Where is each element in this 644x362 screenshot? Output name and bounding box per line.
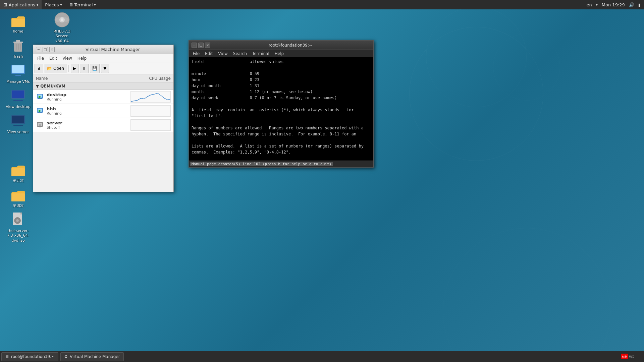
vm-desktop-cpu-graph (130, 91, 171, 103)
vm-hhh-info: hhh Running (47, 106, 130, 116)
terminal-menu-terminal[interactable]: Terminal (250, 50, 272, 57)
places-chevron-icon: ▾ (60, 3, 62, 7)
run-icon: ▶ (73, 66, 76, 71)
volume-icon[interactable]: 🔊 (629, 2, 634, 7)
manage-vm-label: Manage VMs (6, 79, 30, 84)
rhel-icon-label: RHEL-7.3 Server. x86_64 (49, 29, 75, 44)
svg-point-31 (16, 219, 19, 222)
home-folder-icon (10, 12, 26, 28)
svg-rect-45 (38, 127, 42, 127)
svg-rect-40 (38, 113, 42, 113)
toolbar-separator (68, 65, 69, 72)
desktop-icon-wu[interactable]: 第五次 (5, 161, 32, 183)
terminal-chevron-icon: ▾ (94, 3, 96, 7)
desktop-icon-home[interactable]: home (5, 12, 32, 34)
terminal-statusbar: Manual page crontab(5) line 102 (press h… (189, 161, 373, 167)
vm-run-icon-desktop (36, 93, 44, 101)
terminal-label: Terminal (74, 2, 93, 7)
vmm-content: Name CPU usage ▼ QEMU/KVM (33, 74, 173, 192)
view-server-icon (10, 112, 26, 128)
terminal-menu-search[interactable]: Search (230, 50, 250, 57)
desktop-icon-view-desktop[interactable]: View desktop (5, 87, 32, 109)
terminal-minimize-button[interactable]: − (192, 43, 197, 48)
terminal-menu-file[interactable]: File (190, 50, 202, 57)
vmm-taskbar-btn[interactable]: ⚙ Virtual Machine Manager (60, 352, 123, 361)
vm-desktop-info: desktop Running (47, 92, 130, 102)
applications-menu[interactable]: ⊞ Applications ▾ (0, 0, 42, 9)
svg-rect-18 (12, 90, 24, 98)
taskbar-top: ⊞ Applications ▾ Places ▾ 🖥 Terminal ▾ e… (0, 0, 644, 9)
vmm-titlebar[interactable]: − □ × Virtual Machine Manager (33, 45, 173, 54)
vm-run-icon-hhh (36, 107, 44, 115)
vmm-taskbar-icon: ⚙ (64, 354, 68, 359)
apps-grid-icon: ⊞ (3, 2, 7, 7)
save-icon: 💾 (92, 66, 97, 71)
vm-name-col-header: Name (36, 76, 124, 81)
terminal-close-button[interactable]: × (205, 43, 210, 48)
vmm-action-dropdown[interactable]: ▼ (101, 64, 109, 73)
vm-item-desktop[interactable]: desktop Running (33, 90, 173, 104)
vmm-open-button[interactable]: 📂 Open (45, 64, 66, 73)
vmm-minimize-button[interactable]: − (36, 47, 41, 52)
home-icon-label: home (13, 29, 23, 34)
desktop-icon-view-server[interactable]: View server (5, 112, 32, 134)
svg-rect-35 (38, 99, 42, 99)
svg-rect-1 (11, 19, 25, 27)
vm-hhh-cpu-graph (130, 105, 171, 117)
desktop-icon-manage-vm[interactable]: Manage VMs (5, 62, 32, 84)
svg-text:创新: 创新 (622, 355, 627, 358)
manage-vm-icon (10, 62, 26, 78)
brand-logo: 创新 互联 (621, 353, 641, 361)
group-chevron-icon: ▼ (36, 84, 39, 88)
vm-desktop-name: desktop (47, 92, 130, 97)
vmm-menu-view[interactable]: View (60, 54, 74, 62)
terminal-menu[interactable]: 🖥 Terminal ▾ (65, 0, 99, 9)
vmm-maximize-button[interactable]: □ (43, 47, 48, 52)
iso-icon-label: rhel-server-7.3-x86_64-dvd.iso (5, 229, 32, 243)
vmm-save-button[interactable]: 💾 (90, 64, 100, 73)
svg-rect-20 (13, 100, 23, 101)
svg-rect-46 (39, 124, 41, 126)
top-menu: ⊞ Applications ▾ Places ▾ 🖥 Terminal ▾ (0, 0, 99, 9)
desktop-icon-si[interactable]: 第四次 (5, 186, 32, 208)
desktop-icon-rhel-iso[interactable]: rhel-server-7.3-x86_64-dvd.iso (5, 211, 32, 243)
vm-server-name: server (47, 120, 130, 125)
rhel-disc-icon (54, 12, 70, 28)
vmm-toolbar: 🖥 📂 Open ▶ ⏸ 💾 ▼ (33, 62, 173, 74)
new-vm-icon: 🖥 (37, 66, 41, 71)
vmm-menu-help[interactable]: Help (75, 54, 89, 62)
vmm-menu-edit[interactable]: Edit (47, 54, 60, 62)
view-desktop-label: View desktop (6, 105, 30, 109)
terminal-titlebar[interactable]: − □ × root@foundation39:~ (189, 41, 373, 50)
terminal-title: root@foundation39:~ (210, 43, 371, 48)
places-menu[interactable]: Places ▾ (42, 0, 65, 9)
terminal-menubar: File Edit View Search Terminal Help (189, 50, 373, 57)
view-desktop-icon (10, 87, 26, 103)
terminal-menu-edit[interactable]: Edit (202, 50, 215, 57)
vm-server-cpu-graph (130, 119, 171, 131)
svg-rect-9 (16, 40, 20, 42)
vm-group-qemu[interactable]: ▼ QEMU/KVM (33, 82, 173, 90)
vm-item-hhh[interactable]: hhh Running (33, 104, 173, 118)
desktop-icon-trash[interactable]: Trash (5, 37, 32, 59)
battery-icon: ▮ (638, 2, 641, 7)
terminal-content-area[interactable]: field allowed values ----- -------------… (189, 57, 373, 161)
svg-text:互联: 互联 (629, 355, 634, 358)
vmm-run-button[interactable]: ▶ (71, 64, 78, 73)
vmm-close-button[interactable]: × (49, 47, 55, 52)
vm-item-server[interactable]: server Shutoff (33, 118, 173, 132)
terminal-menu-help[interactable]: Help (272, 50, 286, 57)
terminal-menu-view[interactable]: View (215, 50, 230, 57)
action-dropdown-icon: ▼ (103, 66, 106, 71)
view-server-label: View server (7, 130, 29, 134)
desktop-icon-rhel[interactable]: RHEL-7.3 Server. x86_64 (49, 12, 75, 44)
vmm-menu-file[interactable]: File (35, 54, 47, 62)
svg-rect-8 (13, 42, 23, 43)
locale-indicator[interactable]: en (587, 2, 592, 7)
terminal-maximize-button[interactable]: □ (198, 43, 204, 48)
vmm-new-button[interactable]: 🖥 (35, 64, 43, 73)
terminal-taskbar-btn[interactable]: 🖥 root@foundation39:~ (1, 352, 58, 361)
vmm-window: − □ × Virtual Machine Manager File Edit … (33, 45, 174, 192)
vmm-pause-button[interactable]: ⏸ (80, 64, 89, 73)
vm-desktop-status: Running (47, 97, 130, 102)
